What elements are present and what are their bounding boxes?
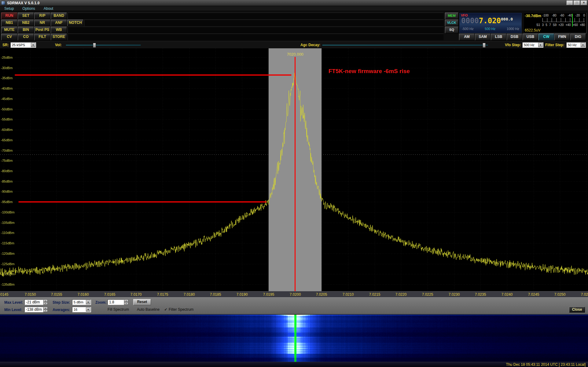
sample-rate-select[interactable]: 25 kSPS ▼ <box>10 42 36 48</box>
toolbar-button-nb1[interactable]: NB1 <box>1 20 17 26</box>
filter-spectrum-label: Filter Spectrum <box>169 307 193 312</box>
meter-s-scale-label: +40 <box>566 23 571 27</box>
minimize-button[interactable]: _ <box>567 1 573 5</box>
mode-button-row: AMSAMLSBDSBUSBCWFMNDIG <box>459 34 586 40</box>
zoom-spin-down-icon[interactable]: ▼ <box>124 302 128 305</box>
agc-decay-slider-handle[interactable] <box>483 43 486 48</box>
meter-dbm-scale-label: 0 <box>583 14 585 17</box>
toolbar-button-r-p[interactable]: R/P <box>34 13 50 19</box>
max-level-label: Max Level: <box>4 300 23 305</box>
agc-decay-slider-track[interactable] <box>322 45 488 46</box>
min-level-spinner[interactable]: ▲ ▼ <box>43 307 48 312</box>
toolbar-button-notch[interactable]: NOTCH <box>67 20 83 26</box>
chevron-down-icon[interactable]: ▼ <box>538 43 543 47</box>
x-axis-tick-label: 7.0245 <box>528 292 539 297</box>
close-button[interactable]: Close <box>569 307 585 313</box>
toolbar-button-post-ps[interactable]: Post PS <box>34 27 50 33</box>
toolbar-button-mute[interactable]: MUTE <box>1 27 17 33</box>
app-icon <box>1 1 5 5</box>
step-size-label: Step Size: <box>53 300 70 305</box>
min-level-spin-up-icon[interactable]: ▲ <box>43 307 48 310</box>
min-level-label: Min Level: <box>4 308 22 312</box>
max-level-spinner[interactable]: ▲ ▼ <box>43 299 48 305</box>
toolbar-button-band[interactable]: BAND <box>51 13 67 19</box>
toolbar-button-anf[interactable]: ANF <box>51 20 67 26</box>
mode-button-lsb[interactable]: LSB <box>491 34 506 40</box>
filter-step-label: Filter Step: <box>545 43 564 47</box>
y-axis-label: -70dBm <box>1 149 13 152</box>
filter-spectrum-checkbox[interactable]: ✓Filter Spectrum <box>164 307 193 312</box>
vfo-freq-fraction: 000.0 <box>501 17 513 21</box>
menu-item-about[interactable]: About <box>44 6 53 11</box>
side-button-vlck[interactable]: VLCK <box>445 20 458 26</box>
y-axis-label: -95dBm <box>1 200 13 204</box>
mode-button-am[interactable]: AM <box>459 34 475 40</box>
mode-button-fmn[interactable]: FMN <box>554 34 570 40</box>
spectrum-canvas[interactable] <box>0 48 588 291</box>
fill-spectrum-checkbox[interactable]: Fill Spectrum <box>108 307 129 312</box>
vfo-step-select[interactable]: 500 Hz ▼ <box>522 42 543 48</box>
min-level-spin-down-icon[interactable]: ▼ <box>43 310 48 312</box>
center-frequency-label: 7020.000 <box>287 52 303 57</box>
y-axis-label: -105dBm <box>1 221 15 224</box>
side-button-mem[interactable]: MEM <box>445 13 458 19</box>
max-level-spin-up-icon[interactable]: ▲ <box>43 299 48 302</box>
toolbar-button-set[interactable]: SET <box>18 13 34 19</box>
chevron-down-icon[interactable]: ▼ <box>581 43 585 47</box>
meter-s-scale-label: 5 <box>546 23 547 27</box>
mode-button-dig[interactable]: DIG <box>570 34 586 40</box>
toolbar-button-co[interactable]: CO <box>18 34 34 40</box>
toolbar-button-nb2[interactable]: NB2 <box>18 20 34 26</box>
max-level-spin-down-icon[interactable]: ▼ <box>43 302 48 305</box>
toolbar-button-filt[interactable]: FILT <box>34 34 50 40</box>
toolbar-button-store[interactable]: STORE <box>51 34 67 40</box>
maximize-button[interactable]: □ <box>574 1 580 5</box>
menu-item-setup[interactable]: Setup <box>4 6 14 11</box>
averages-select[interactable]: 16 ▼ <box>72 307 91 312</box>
mode-button-usb[interactable]: USB <box>523 34 538 40</box>
mode-button-sam[interactable]: SAM <box>475 34 491 40</box>
vfo-frequency-display[interactable]: 00007.020000.0 <box>461 17 513 25</box>
zoom-input[interactable]: 1.8 <box>108 299 124 305</box>
filter-step-select[interactable]: 50 Hz ▼ <box>566 42 586 48</box>
sdrmax-window: SDRMAX V 5.0.1.0 _□× SetupOptionsAbout R… <box>0 0 588 367</box>
min-level-input[interactable]: -138 dBm <box>24 307 43 312</box>
filter-step-value: 50 Hz <box>568 43 577 47</box>
chevron-down-icon[interactable]: ▼ <box>86 307 90 312</box>
toolbar-button-run[interactable]: RUN <box>1 13 17 19</box>
reset-button[interactable]: Reset <box>133 299 151 305</box>
filter-high-edge: 1000 Hz <box>507 27 519 31</box>
mode-button-cw[interactable]: CW <box>538 34 554 40</box>
chevron-down-icon[interactable]: ▼ <box>86 300 90 304</box>
toolbar-button-cv[interactable]: CV <box>1 34 17 40</box>
menu-item-options[interactable]: Options <box>22 6 35 11</box>
auto-baseline-checkbox[interactable]: Auto Baseline <box>137 307 160 312</box>
waterfall-display <box>0 314 588 362</box>
filter-center: 500 Hz <box>485 27 495 31</box>
waterfall-canvas[interactable] <box>0 315 588 362</box>
step-size-select[interactable]: 5 dBm ▼ <box>72 299 91 305</box>
title-bar: SDRMAX V 5.0.1.0 _□× <box>0 0 588 6</box>
y-axis-label: -45dBm <box>1 97 13 101</box>
zoom-spin-up-icon[interactable]: ▲ <box>124 299 128 302</box>
volume-slider-track[interactable] <box>66 45 141 46</box>
volume-slider-handle[interactable] <box>93 43 96 48</box>
y-axis-label: -125dBm <box>1 262 15 266</box>
x-axis-tick-label: 7.0160 <box>78 292 89 297</box>
chevron-down-icon[interactable]: ▼ <box>31 43 35 47</box>
titlebar-close-button[interactable]: × <box>581 1 587 5</box>
max-level-input[interactable]: -21 dBm <box>24 299 43 305</box>
x-axis-tick-label: 7.0190 <box>237 292 248 297</box>
mode-button-dsb[interactable]: DSB <box>507 34 522 40</box>
zoom-spinner[interactable]: ▲ ▼ <box>124 299 128 305</box>
toolbar-button-wb[interactable]: WB <box>51 27 67 33</box>
clock-readout: Thu Dec 18 05:43:11 2014 UTC [ 23:43:11 … <box>506 362 586 367</box>
side-button-sq[interactable]: SQ <box>445 27 458 33</box>
toolbar-button-bin[interactable]: BIN <box>18 27 34 33</box>
y-axis-label: -25dBm <box>1 56 13 59</box>
meter-s-scale-label: S1 <box>536 23 540 27</box>
meter-s-scale-label: S9 <box>553 23 557 27</box>
window-title: SDRMAX V 5.0.1.0 <box>7 1 40 5</box>
frequency-axis: 01457.01507.01557.01607.01657.01707.0175… <box>0 291 588 297</box>
toolbar-button-nr[interactable]: NR <box>34 20 50 26</box>
